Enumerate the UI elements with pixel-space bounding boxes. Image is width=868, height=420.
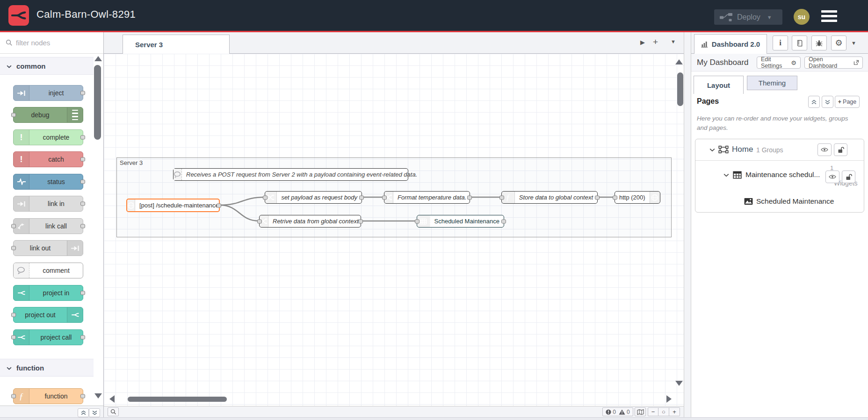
palette-scrollbar-thumb[interactable] xyxy=(94,65,101,140)
tree-row-group-maintenance[interactable]: Maintenance schedul... 1 Widgets xyxy=(695,161,865,192)
flow-tab-server3[interactable]: Server 3 xyxy=(123,35,230,54)
palette-node-complete[interactable]: ! complete xyxy=(13,129,83,145)
add-flow-button[interactable]: + xyxy=(653,37,658,47)
dashboard-tab-theming[interactable]: Theming xyxy=(747,76,797,90)
move-page-down-button[interactable] xyxy=(822,96,833,108)
palette-node-function[interactable]: ƒ function xyxy=(13,388,83,404)
open-dashboard-button[interactable]: Open Dashboard xyxy=(804,57,863,69)
input-port[interactable] xyxy=(263,195,268,199)
output-port[interactable] xyxy=(467,195,472,199)
tree-row-page-home[interactable]: Home 1 Groups xyxy=(695,139,864,161)
input-port[interactable] xyxy=(613,195,617,199)
palette-expand-all-button[interactable] xyxy=(89,408,100,417)
config-tab-button[interactable]: ⚙ xyxy=(831,36,846,50)
palette-node-status[interactable]: status xyxy=(13,174,83,190)
output-port[interactable] xyxy=(217,203,221,207)
toggle-lock-button[interactable] xyxy=(842,171,855,183)
input-port[interactable] xyxy=(11,313,16,317)
toggle-visibility-button[interactable] xyxy=(825,171,839,183)
help-tab-button[interactable] xyxy=(792,36,807,50)
output-port[interactable] xyxy=(501,219,506,223)
canvas-scroll-down-arrow[interactable] xyxy=(675,381,683,386)
input-port[interactable] xyxy=(11,224,16,228)
chevron-down-icon[interactable] xyxy=(723,173,729,177)
palette-node-project-out[interactable]: project out xyxy=(13,307,83,323)
function-node-store-data[interactable]: ƒ Store data to global context xyxy=(501,191,598,204)
palette-category-common[interactable]: common xyxy=(0,57,94,75)
notification-badges[interactable]: 0 0 xyxy=(602,407,633,416)
http-in-node[interactable]: [post] /schedule-maintenance xyxy=(126,199,220,212)
palette-node-project-in[interactable]: project in xyxy=(13,285,83,301)
output-port[interactable] xyxy=(80,157,85,162)
output-port[interactable] xyxy=(80,335,85,340)
output-port[interactable] xyxy=(80,291,85,295)
deploy-options-caret[interactable]: ▼ xyxy=(767,14,772,20)
palette-scroll-down-arrow[interactable] xyxy=(94,393,102,399)
zoom-out-button[interactable]: − xyxy=(648,407,658,416)
canvas-search-button[interactable] xyxy=(108,407,119,416)
canvas-scroll-right-arrow[interactable] xyxy=(666,395,672,403)
palette-filter-input[interactable] xyxy=(0,32,103,53)
info-tab-button[interactable]: i xyxy=(773,36,788,50)
output-port[interactable] xyxy=(359,195,364,199)
palette-node-link-in[interactable]: link in xyxy=(13,196,83,212)
dashboard-tab-layout[interactable]: Layout xyxy=(694,76,744,94)
sidebar-options-caret[interactable]: ▼ xyxy=(851,40,856,46)
input-port[interactable] xyxy=(11,335,16,340)
sidebar-resize-handle[interactable] xyxy=(684,32,691,417)
output-port[interactable] xyxy=(80,135,85,140)
input-port[interactable] xyxy=(382,195,387,199)
palette-category-function[interactable]: function xyxy=(0,359,94,377)
change-node-retrieve-data[interactable]: Retrive data from global context xyxy=(259,215,361,228)
output-port[interactable] xyxy=(595,195,600,199)
main-menu-button[interactable] xyxy=(821,10,837,22)
comment-node[interactable]: Receives a POST request from Server 2 wi… xyxy=(173,168,408,181)
palette-node-catch[interactable]: ! catch xyxy=(13,151,83,167)
change-node-set-payload[interactable]: set payload as request body xyxy=(265,191,362,204)
input-port[interactable] xyxy=(11,394,16,399)
deploy-button[interactable]: Deploy ▼ xyxy=(714,9,782,25)
sidebar-tab-dashboard[interactable]: Dashboard 2.0 xyxy=(694,34,767,54)
ui-table-node[interactable]: Scheduled Maintenance xyxy=(417,215,504,228)
zoom-in-button[interactable]: + xyxy=(669,407,680,416)
input-port[interactable] xyxy=(11,246,16,250)
output-port[interactable] xyxy=(80,202,85,206)
canvas-horizontal-scrollbar-thumb[interactable] xyxy=(128,397,227,402)
palette-node-comment[interactable]: comment xyxy=(13,263,83,278)
add-page-button[interactable]: + Page xyxy=(835,96,860,108)
canvas-scroll-left-arrow[interactable] xyxy=(109,395,115,403)
output-port[interactable] xyxy=(80,91,85,95)
input-port[interactable] xyxy=(11,113,16,117)
tree-row-widget-scheduled-maintenance[interactable]: Scheduled Maintenance xyxy=(695,192,865,212)
palette-node-link-out[interactable]: link out xyxy=(13,240,83,256)
output-port[interactable] xyxy=(80,180,85,184)
toggle-visibility-button[interactable] xyxy=(817,143,832,156)
flow-list-caret[interactable]: ▼ xyxy=(671,39,676,44)
chevron-down-icon[interactable] xyxy=(709,148,715,152)
toggle-lock-button[interactable] xyxy=(834,143,847,156)
debug-tab-button[interactable] xyxy=(811,36,827,50)
palette-node-link-call[interactable]: link call xyxy=(13,218,83,234)
user-avatar[interactable]: su xyxy=(794,9,810,25)
palette-scroll-up-arrow[interactable] xyxy=(94,56,102,61)
palette-node-inject[interactable]: inject xyxy=(13,85,83,101)
canvas-scroll-up-arrow[interactable] xyxy=(675,59,683,64)
input-port[interactable] xyxy=(257,219,262,223)
zoom-reset-button[interactable]: ○ xyxy=(658,407,669,416)
edit-settings-button[interactable]: Edit Settings ⚙ xyxy=(757,57,801,69)
output-port[interactable] xyxy=(80,224,85,228)
palette-node-project-call[interactable]: project call xyxy=(13,329,83,345)
output-port[interactable] xyxy=(80,394,85,399)
tab-scroll-right-icon[interactable]: ▶ xyxy=(640,39,645,46)
output-port[interactable] xyxy=(358,219,363,223)
move-page-up-button[interactable] xyxy=(808,96,820,108)
input-port[interactable] xyxy=(415,219,420,223)
change-node-format-temperature[interactable]: Format temperature data. xyxy=(384,191,470,204)
canvas-vertical-scrollbar-thumb[interactable] xyxy=(677,72,683,106)
http-response-node[interactable]: http (200) xyxy=(615,191,660,204)
minimap-button[interactable] xyxy=(635,407,646,416)
palette-node-debug[interactable]: debug xyxy=(13,107,83,123)
input-port[interactable] xyxy=(499,195,504,199)
flow-canvas[interactable]: Server 3 Receives a POST request from Se… xyxy=(104,54,684,406)
palette-collapse-all-button[interactable] xyxy=(78,408,89,417)
